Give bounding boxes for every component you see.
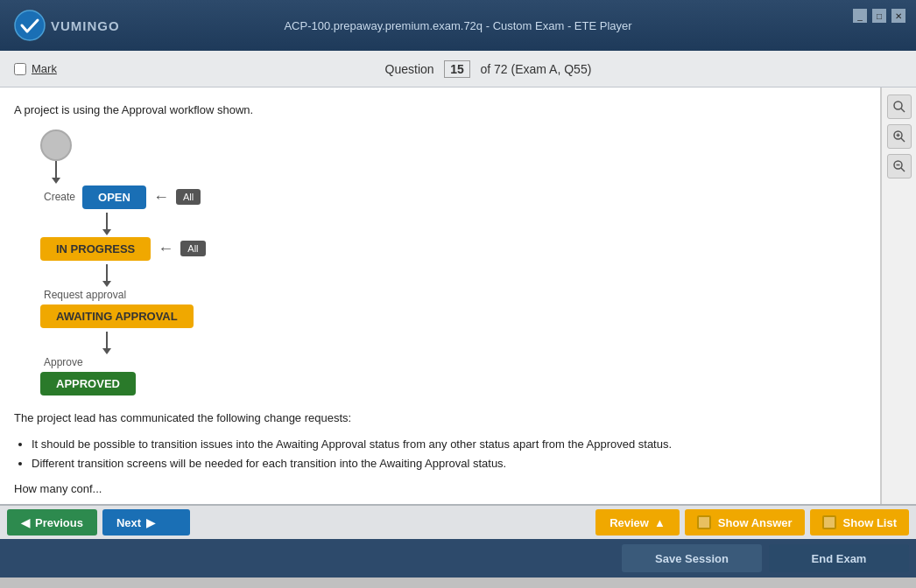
zoom-in-button[interactable] <box>887 124 912 149</box>
svg-point-0 <box>15 10 45 40</box>
bullet-2: Different transition screens will be nee… <box>32 454 866 473</box>
question-truncated: How many conf... <box>14 480 866 498</box>
next-button[interactable]: Next ▶ <box>102 509 190 536</box>
svg-line-2 <box>901 108 905 112</box>
prev-arrow-icon: ◀ <box>21 516 30 529</box>
workflow-diagram: Create OPEN ← All IN PROGRESS ← All <box>32 130 866 396</box>
review-button[interactable]: Review ▲ <box>595 509 680 536</box>
request-approval-label: Request approval <box>44 289 866 301</box>
search-icon <box>892 100 906 114</box>
zoom-in-icon <box>892 130 906 144</box>
content-area: A project is using the Approval workflow… <box>0 88 916 504</box>
arrow-4 <box>106 332 108 349</box>
awaiting-status-box: AWAITING APPROVAL <box>40 304 194 328</box>
show-answer-button[interactable]: Show Answer <box>685 509 805 536</box>
logo-icon <box>14 10 46 41</box>
review-dropdown-icon: ▲ <box>654 516 666 529</box>
zoom-out-button[interactable] <box>887 154 912 178</box>
next-label: Next <box>116 516 141 529</box>
window-controls: _ □ ✕ <box>853 9 905 23</box>
bottom-toolbar: ◀ Previous Next ▶ Review ▲ Show Answer S… <box>0 504 916 539</box>
question-body: The project lead has communicated the fo… <box>14 410 866 427</box>
window-title: ACP-100.prepaway.premium.exam.72q - Cust… <box>284 19 631 32</box>
show-answer-checkbox-icon <box>697 515 711 529</box>
end-exam-button[interactable]: End Exam <box>769 544 909 572</box>
inprogress-status-box: IN PROGRESS <box>40 237 151 261</box>
open-status-box: OPEN <box>82 186 146 209</box>
approve-label: Approve <box>44 356 866 368</box>
review-label: Review <box>609 516 649 529</box>
question-label: Question <box>385 62 434 76</box>
question-number: 15 <box>444 60 470 78</box>
bullet-list: It should be possible to transition issu… <box>32 435 866 473</box>
arrow-left-1: ← <box>153 188 169 206</box>
next-arrow-icon: ▶ <box>146 516 155 529</box>
svg-line-4 <box>901 138 905 142</box>
bullet-1: It should be possible to transition issu… <box>32 435 866 454</box>
all-tag-1: All <box>176 189 201 205</box>
show-answer-label: Show Answer <box>718 516 793 529</box>
arrow-2 <box>106 213 108 230</box>
logo-text: VUMINGO <box>51 18 120 33</box>
open-step-row: Create OPEN ← All <box>40 186 866 209</box>
sidebar-tools <box>881 88 916 504</box>
main-content: A project is using the Approval workflow… <box>0 88 881 504</box>
mark-checkbox[interactable]: Mark <box>14 62 57 75</box>
previous-label: Previous <box>35 516 83 529</box>
minimize-button[interactable]: _ <box>853 9 867 23</box>
close-button[interactable]: ✕ <box>891 9 905 23</box>
question-nav: Question 15 of 72 (Exam A, Q55) <box>74 60 902 78</box>
inprogress-step-row: IN PROGRESS ← All <box>40 237 866 261</box>
maximize-button[interactable]: □ <box>872 9 886 23</box>
start-node <box>40 130 72 161</box>
arrow-3 <box>106 264 108 282</box>
search-tool-button[interactable] <box>887 94 912 119</box>
show-list-label: Show List <box>843 516 897 529</box>
question-intro: A project is using the Approval workflow… <box>14 102 866 119</box>
all-tag-2: All <box>180 241 205 256</box>
show-list-checkbox-icon <box>822 515 836 529</box>
title-bar: VUMINGO ACP-100.prepaway.premium.exam.72… <box>0 0 916 51</box>
svg-line-8 <box>901 168 905 172</box>
svg-point-1 <box>894 102 902 109</box>
create-label: Create <box>44 191 75 203</box>
question-header: Mark Question 15 of 72 (Exam A, Q55) <box>0 51 916 88</box>
show-list-button[interactable]: Show List <box>810 509 909 536</box>
previous-button[interactable]: ◀ Previous <box>7 509 97 536</box>
logo-area: VUMINGO <box>14 10 120 41</box>
arrow-left-2: ← <box>158 240 173 258</box>
mark-label: Mark <box>32 62 57 75</box>
save-session-button[interactable]: Save Session <box>622 544 762 572</box>
action-bar: Save Session End Exam <box>0 539 916 578</box>
question-of-total: of 72 (Exam A, Q55) <box>481 62 592 76</box>
mark-input[interactable] <box>14 63 26 75</box>
arrow-1 <box>55 161 57 178</box>
zoom-out-icon <box>892 159 906 173</box>
approved-status-box: APPROVED <box>40 372 136 396</box>
